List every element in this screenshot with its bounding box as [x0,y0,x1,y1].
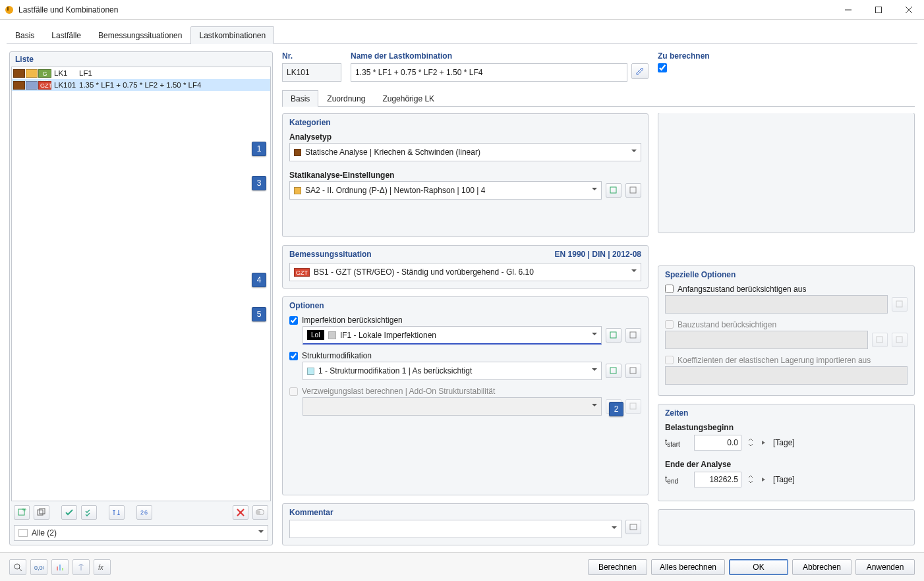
minimize-button[interactable] [833,0,863,20]
tend-spinner[interactable] [747,472,755,487]
cancel-button[interactable]: Abbrechen [792,559,852,575]
analyse-swatch-icon [294,149,301,156]
loi-badge: LoI [307,330,324,340]
category-tag: GZT [38,81,51,90]
tab-basis[interactable]: Basis [7,26,43,44]
analysis-settings-label: Statikanalyse-Einstellungen [289,171,641,180]
apply-button[interactable]: Anwenden [855,559,915,575]
svg-point-0 [5,6,13,14]
tstart-spinner[interactable] [747,435,755,451]
edit-name-button[interactable] [631,63,649,79]
edit-imperfection-button[interactable] [625,328,641,343]
analyse-type-value: Statische Analyse | Kriechen & Schwinden… [305,148,480,157]
tab-bemessungssituationen[interactable]: Bemessungssituationen [90,26,190,44]
validate-button[interactable] [61,505,77,520]
structmod-checkbox[interactable]: Strukturmodifikation [289,351,641,360]
svg-rect-23 [630,403,636,409]
analysis-settings-select[interactable]: SA2 - II. Ordnung (P-Δ) | Newton-Raphson… [289,181,602,200]
combo-name-field[interactable]: 1.35 * LF1 + 0.75 * LF2 + 1.50 * LF4 [351,63,627,82]
delete-button[interactable] [233,505,248,520]
elastic-coeff-select [665,366,908,385]
ok-button[interactable]: OK [729,559,788,575]
tend-input[interactable]: 18262.5 [694,472,741,487]
design-situation-select[interactable]: GZT BS1 - GZT (STR/GEO) - Ständig und vo… [289,263,641,281]
new-analysis-settings-button[interactable] [606,183,621,198]
initial-state-checkbox[interactable]: Anfangszustand berücksichtigen aus [665,285,908,294]
subtab-zugehoerige[interactable]: Zugehörige LK [374,90,443,107]
tend-step-right-icon[interactable] [760,472,768,487]
subtab-zuordnung[interactable]: Zuordnung [318,90,374,107]
edit-construction-button [892,333,908,347]
action-tag-icon [13,69,25,78]
list-id: LK101 [51,81,76,89]
svg-text:0,00: 0,00 [34,565,43,571]
new-imperfection-button[interactable] [606,328,621,343]
close-button[interactable] [894,0,924,20]
comment-field[interactable] [289,520,621,538]
filter-value: Alle (2) [32,528,57,538]
subtab-basis[interactable]: Basis [282,90,318,107]
tend-symbol: tend [665,474,689,485]
fx-button[interactable]: fx [94,559,111,575]
list-row[interactable]: G Qs LK1 LF1 [12,67,270,79]
calculate-all-button[interactable]: Alles berechnen [651,559,725,575]
list-filter-select[interactable]: Alle (2) [14,525,268,541]
search-button[interactable] [9,559,26,575]
analyse-type-select[interactable]: Statische Analyse | Kriechen & Schwinden… [289,143,641,161]
svg-point-28 [14,564,20,569]
callout-marker: 2 [609,402,623,416]
units-button[interactable]: 0,00 [30,559,47,575]
tstart-input[interactable]: 0.0 [694,435,741,451]
filter-swatch-icon [18,529,28,537]
svg-text:6: 6 [144,509,148,516]
svg-point-15 [256,511,260,514]
times-panel: Zeiten Belastungsbeginn tstart 0.0 [Tage… [658,404,915,501]
svg-text:2: 2 [140,509,144,516]
svg-rect-27 [896,337,902,343]
validate-all-button[interactable] [81,505,97,520]
app-icon [4,5,14,15]
reorder-button[interactable] [109,505,125,520]
edit-analysis-settings-button[interactable] [625,183,641,198]
compute-checkbox[interactable] [658,63,915,72]
construction-state-label: Bauzustand berücksichtigen [678,320,776,329]
list-row[interactable]: GZT LK101 1.35 * LF1 + 0.75 * LF2 + 1.50… [12,79,270,91]
svg-rect-16 [610,187,616,193]
tstart-step-right-icon[interactable] [760,435,768,451]
imperfection-select[interactable]: LoI IF1 - Lokale Imperfektionen [303,326,602,345]
structmod-label: Strukturmodifikation [302,351,372,360]
comment-browse-button[interactable] [625,520,641,534]
branching-load-label: Verzweigungslast berechnen | Add-On Stru… [302,387,495,396]
edit-structmod-button[interactable] [625,364,641,378]
svg-rect-1 [7,7,9,11]
svg-rect-3 [876,7,882,13]
tab-lastkombinationen[interactable]: Lastkombinationen [190,26,274,44]
structmod-select[interactable]: 1 - Strukturmodifikation 1 | As berücksi… [303,362,602,380]
renumber-button[interactable]: 26 [136,505,152,520]
imperfection-checkbox[interactable]: Imperfektion berücksichtigen [289,316,641,325]
detail-tabstrip: Basis Zuordnung Zugehörige LK [282,90,915,107]
action-tag-icon [13,81,25,90]
copy-item-button[interactable] [34,505,49,520]
list-panel: Liste G Qs LK1 LF1 GZT LK101 1.35 * LF1 [9,51,273,545]
maximize-button[interactable] [863,0,894,20]
svg-rect-17 [630,187,636,193]
tool-a-button[interactable] [72,559,90,575]
graph-button[interactable] [51,559,69,575]
toggle-view-button[interactable] [252,505,268,520]
new-item-button[interactable]: ✳ [14,505,30,520]
options-heading: Optionen [289,301,641,310]
construction-state-checkbox: Bauzustand berücksichtigen [665,320,908,329]
analysis-tag-icon [26,81,38,90]
gzt-tag: GZT [294,268,310,277]
design-situation-value: BS1 - GZT (STR/GEO) - Ständig und vorübe… [314,267,534,277]
new-structmod-button[interactable] [606,364,621,378]
tstart-symbol: tstart [665,437,689,448]
calculate-button[interactable]: Berechnen [588,559,647,575]
svg-rect-31 [57,567,58,570]
categories-heading: Kategorien [289,118,641,127]
structmod-swatch-icon [307,368,314,375]
load-combo-list[interactable]: G Qs LK1 LF1 GZT LK101 1.35 * LF1 + 0.75… [11,67,271,501]
tab-lastfaelle[interactable]: Lastfälle [43,26,90,44]
times-heading: Zeiten [665,408,908,418]
